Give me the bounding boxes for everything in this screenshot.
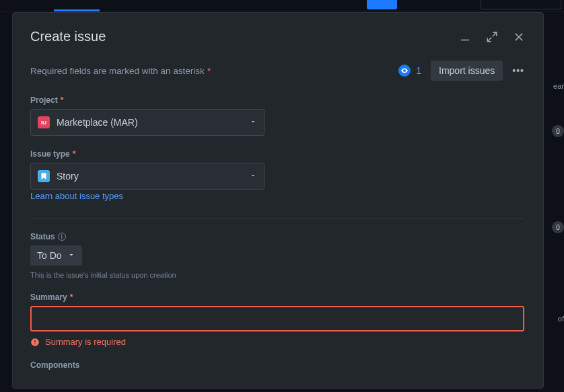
error-icon — [30, 338, 40, 347]
status-field: Status i To Do This is the issue's initi… — [30, 232, 524, 279]
project-field: Project* IU Marketplace (MAR) — [30, 95, 524, 136]
watch-count: 1 — [416, 65, 421, 76]
close-button[interactable] — [512, 30, 526, 44]
story-icon — [38, 170, 50, 182]
eye-icon — [398, 65, 411, 77]
project-value: Marketplace (MAR) — [57, 117, 249, 128]
minimize-icon — [459, 31, 471, 43]
summary-field: Summary* Summary is required — [30, 292, 524, 347]
expand-icon — [486, 31, 498, 43]
issue-type-select[interactable]: Story — [30, 163, 265, 190]
project-avatar-icon: IU — [38, 116, 50, 128]
create-issue-modal: Create issue Required fields are marked … — [12, 12, 544, 389]
minimize-button[interactable] — [458, 30, 472, 44]
summary-input[interactable] — [30, 306, 524, 331]
close-icon — [513, 31, 525, 43]
status-help: This is the issue's initial status upon … — [30, 271, 524, 279]
more-actions-button[interactable]: ••• — [512, 65, 524, 76]
import-issues-button[interactable]: Import issues — [431, 61, 503, 81]
expand-button[interactable] — [485, 30, 499, 44]
divider — [30, 218, 524, 219]
status-value: To Do — [37, 250, 62, 261]
summary-error: Summary is required — [30, 337, 524, 347]
modal-body: Required fields are marked with an aster… — [13, 51, 542, 388]
svg-rect-0 — [461, 39, 469, 40]
chevron-down-icon — [249, 116, 257, 128]
components-field: Components — [30, 360, 524, 370]
project-select[interactable]: IU Marketplace (MAR) — [30, 109, 265, 136]
chevron-down-icon — [67, 250, 75, 261]
modal-header: Create issue — [13, 13, 543, 51]
chevron-down-icon — [249, 170, 257, 182]
issue-type-field: Issue type* Story Learn about issue type… — [30, 149, 524, 202]
required-hint: Required fields are marked with an aster… — [30, 66, 211, 76]
status-select[interactable]: To Do — [30, 245, 82, 266]
watch-toggle[interactable]: 1 — [398, 65, 421, 77]
issue-type-value: Story — [57, 171, 249, 182]
learn-issue-types-link[interactable]: Learn about issue types — [30, 191, 123, 201]
info-icon[interactable]: i — [58, 233, 66, 241]
modal-title: Create issue — [30, 29, 106, 44]
